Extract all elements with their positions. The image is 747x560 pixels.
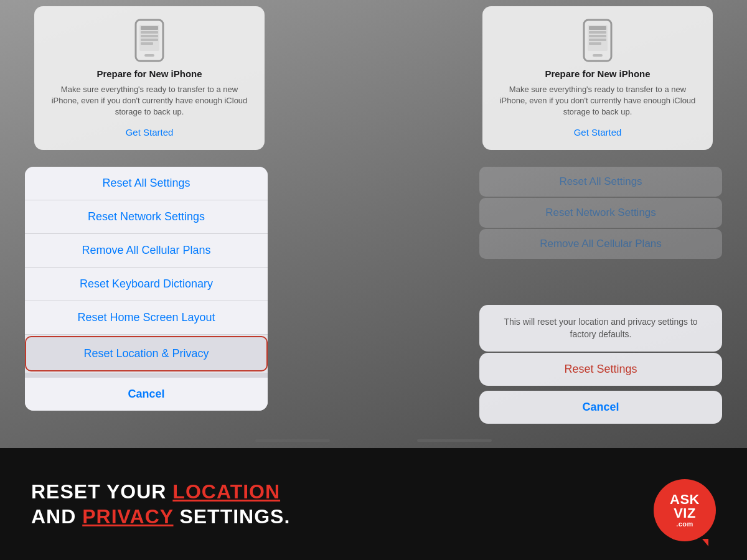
screenshot-area: Prepare for New iPhone Make sure everyth… (0, 0, 747, 448)
prepare-title-left: Prepare for New iPhone (96, 68, 202, 79)
prepare-card-left: Prepare for New iPhone Make sure everyth… (34, 6, 265, 150)
headline-line2: AND PRIVACY SETTINGS. (31, 504, 290, 529)
prepare-desc-left: Make sure everything's ready to transfer… (49, 84, 250, 118)
confirm-message-text: This will reset your location and privac… (492, 316, 710, 340)
headline-location-highlight: LOCATION (172, 480, 280, 503)
svg-rect-15 (589, 42, 601, 45)
svg-rect-5 (141, 35, 158, 37)
headline-line1: RESET YOUR LOCATION (31, 479, 290, 504)
headline-line1-static: RESET YOUR (31, 480, 172, 503)
confirm-reset-button[interactable]: Reset Settings (479, 353, 722, 386)
action-reset-all[interactable]: Reset All Settings (25, 167, 268, 200)
get-started-link-left[interactable]: Get Started (126, 127, 174, 138)
phone-icon-right (579, 19, 616, 62)
askviz-circle: ASK VIZ .com (654, 479, 716, 541)
headline-container: RESET YOUR LOCATION AND PRIVACY SETTINGS… (31, 479, 290, 529)
right-bg-content: Reset All Settings Reset Network Setting… (479, 167, 722, 260)
confirm-dialog: This will reset your location and privac… (479, 305, 722, 424)
right-bg-item-1: Reset All Settings (479, 167, 722, 197)
svg-rect-10 (593, 54, 603, 57)
askviz-name2: VIZ (674, 506, 696, 520)
svg-rect-4 (141, 31, 158, 34)
action-sheet-separator (25, 373, 268, 378)
prepare-card-right: Prepare for New iPhone Make sure everyth… (482, 6, 713, 150)
svg-rect-6 (141, 39, 158, 41)
action-reset-network[interactable]: Reset Network Settings (25, 200, 268, 234)
action-reset-home[interactable]: Reset Home Screen Layout (25, 301, 268, 335)
confirm-cancel-button[interactable]: Cancel (479, 391, 722, 424)
askviz-dotcom: .com (676, 520, 693, 528)
action-cancel[interactable]: Cancel (25, 378, 268, 411)
action-remove-cellular[interactable]: Remove All Cellular Plans (25, 234, 268, 268)
svg-rect-12 (589, 31, 606, 34)
svg-rect-13 (589, 35, 606, 37)
svg-rect-2 (144, 54, 154, 57)
svg-rect-7 (141, 42, 153, 45)
askviz-logo: ASK VIZ .com (654, 479, 716, 541)
svg-rect-14 (589, 39, 606, 41)
right-bg-item-2: Reset Network Settings (479, 198, 722, 228)
headline-privacy-highlight: PRIVACY (82, 505, 173, 528)
askviz-name: ASK (670, 493, 700, 506)
bottom-area: RESET YOUR LOCATION AND PRIVACY SETTINGS… (0, 448, 747, 560)
headline-line2-suffix: SETTINGS. (174, 505, 291, 528)
action-reset-keyboard[interactable]: Reset Keyboard Dictionary (25, 268, 268, 301)
scroll-indicator-right (417, 439, 492, 442)
right-bg-item-3: Remove All Cellular Plans (479, 229, 722, 259)
action-sheet: Reset All Settings Reset Network Setting… (25, 167, 268, 411)
phone-icon-left (131, 19, 168, 62)
get-started-link-right[interactable]: Get Started (574, 127, 622, 138)
prepare-desc-right: Make sure everything's ready to transfer… (497, 84, 698, 118)
prepare-title-right: Prepare for New iPhone (545, 68, 650, 79)
confirm-message-box: This will reset your location and privac… (479, 305, 722, 352)
headline-line2-and: AND (31, 505, 82, 528)
svg-rect-11 (589, 26, 606, 30)
action-reset-location[interactable]: Reset Location & Privacy (25, 336, 268, 371)
scroll-indicator-left (255, 439, 330, 442)
svg-rect-3 (141, 26, 158, 30)
